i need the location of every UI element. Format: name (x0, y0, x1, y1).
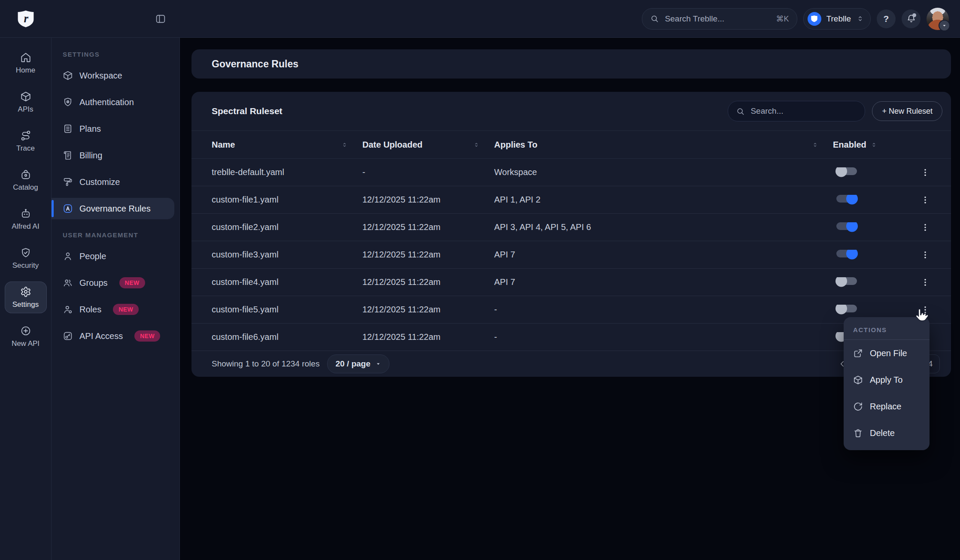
enabled-toggle[interactable] (836, 222, 857, 230)
column-header-applies-to[interactable]: Applies To (494, 140, 833, 150)
table-body: treblle-default.yaml-Workspacecustom-fil… (191, 159, 951, 351)
new-ruleset-button[interactable]: + New Ruleset (872, 101, 942, 121)
cell-name: custom-file6.yaml (191, 332, 362, 342)
sidebar-item-label: Groups (79, 278, 108, 288)
menu-item-replace[interactable]: Replace (844, 393, 930, 420)
global-search-input[interactable] (664, 14, 771, 24)
sort-icon (473, 142, 480, 148)
panel-left-icon (155, 13, 166, 24)
shield-lock-icon (63, 97, 73, 107)
new-badge: NEW (119, 277, 145, 288)
search-icon (736, 107, 745, 116)
cell-name: custom-file1.yaml (191, 195, 362, 205)
sidebar-item-people[interactable]: People (52, 245, 179, 267)
rail-item-security[interactable]: Security (5, 242, 47, 274)
row-actions-button[interactable] (918, 221, 932, 234)
main-content: Governance Rules Spectral Ruleset + New … (180, 38, 960, 560)
table-header-row: NameDate UploadedApplies ToEnabled (191, 131, 951, 159)
rail-item-trace[interactable]: Trace (5, 125, 47, 157)
sidebar-item-governance-rules[interactable]: Governance Rules (52, 198, 174, 219)
open-file-icon (853, 348, 863, 358)
kebab-icon (921, 195, 930, 205)
cell-applies-to: API 7 (494, 277, 833, 287)
table-row: custom-file2.yaml12/12/2025 11:22amAPI 3… (191, 214, 951, 241)
row-actions-button[interactable] (918, 303, 932, 317)
per-page-select[interactable]: 20 / page (327, 354, 389, 373)
catalog-icon (20, 169, 31, 180)
table-search[interactable] (728, 101, 865, 121)
actions-menu-items: Open FileApply ToReplaceDelete (844, 340, 930, 446)
help-button[interactable]: ? (877, 9, 896, 28)
rail-item-label: Settings (12, 300, 39, 309)
sidebar-item-label: People (79, 251, 106, 261)
column-label: Applies To (494, 140, 538, 150)
row-actions-button[interactable] (918, 275, 932, 289)
treblle-shield-icon: r (16, 9, 36, 29)
sidebar-item-plans[interactable]: Plans (52, 118, 179, 139)
sidebar-item-roles[interactable]: RolesNEW (52, 299, 179, 320)
table-search-input[interactable] (750, 106, 857, 116)
sort-icon (341, 142, 348, 148)
rail-item-settings[interactable]: Settings (5, 282, 47, 313)
kebab-icon (921, 223, 930, 232)
rail-item-catalog[interactable]: Catalog (5, 164, 47, 196)
table-row: custom-file6.yaml12/12/2025 11:22am- (191, 324, 951, 351)
route-icon (20, 130, 31, 141)
enabled-toggle[interactable] (836, 167, 857, 175)
cell-name: treblle-default.yaml (191, 167, 362, 177)
menu-item-apply-to[interactable]: Apply To (844, 366, 930, 393)
rail-item-label: APIs (18, 105, 33, 114)
rail-item-home[interactable]: Home (5, 47, 47, 79)
table-footer: Showing 1 to 20 of 1234 roles 20 / page … (191, 351, 951, 377)
gear-icon (20, 286, 31, 297)
kebab-icon (921, 305, 930, 315)
column-label: Name (212, 140, 235, 150)
global-search[interactable]: ⌘K (642, 8, 797, 30)
treblle-logo[interactable]: r (0, 9, 52, 29)
toggle-knob (835, 277, 847, 287)
workspace-switcher[interactable]: Treblle (803, 8, 871, 30)
cube-icon (63, 70, 73, 81)
page-title: Governance Rules (212, 58, 298, 70)
per-page-value: 20 / page (335, 359, 370, 369)
cell-date-uploaded: 12/12/2025 11:22am (362, 222, 494, 232)
enabled-toggle[interactable] (836, 195, 857, 203)
panel-left-icon (155, 13, 166, 24)
sidebar-section-title: SETTINGS (52, 51, 179, 58)
home-icon (20, 52, 31, 63)
column-header-date-uploaded[interactable]: Date Uploaded (362, 140, 494, 150)
row-actions-button[interactable] (918, 193, 932, 207)
cell-date-uploaded: 12/12/2025 11:22am (362, 195, 494, 205)
sidebar-item-billing[interactable]: Billing (52, 145, 179, 166)
enabled-toggle[interactable] (836, 305, 857, 312)
column-header-name[interactable]: Name (191, 140, 362, 150)
workspace-name: Treblle (826, 14, 851, 24)
rail-item-label: Security (12, 261, 39, 270)
table-title: Spectral Ruleset (212, 106, 283, 116)
notifications-button[interactable] (902, 9, 921, 28)
rail-item-apis[interactable]: APIs (5, 86, 47, 118)
row-actions-button[interactable] (918, 166, 932, 179)
enabled-toggle[interactable] (836, 277, 857, 285)
cell-name: custom-file5.yaml (191, 305, 362, 315)
cell-name: custom-file3.yaml (191, 250, 362, 260)
menu-item-open-file[interactable]: Open File (844, 340, 930, 366)
sidebar-item-workspace[interactable]: Workspace (52, 65, 179, 86)
search-icon (736, 107, 745, 116)
sidebar-item-authentication[interactable]: Authentication (52, 91, 179, 113)
menu-item-delete[interactable]: Delete (844, 420, 930, 446)
caret-down-icon (375, 361, 381, 367)
shield-check-icon (20, 247, 31, 258)
sidebar-item-customize[interactable]: Customize (52, 171, 179, 193)
rail-item-new-api[interactable]: New API (5, 321, 47, 352)
row-actions-button[interactable] (918, 248, 932, 262)
sidebar-collapse-button[interactable] (153, 12, 168, 26)
enabled-toggle[interactable] (836, 250, 857, 257)
sidebar-item-api-access[interactable]: API AccessNEW (52, 325, 179, 347)
robot-icon (20, 208, 31, 219)
sidebar-item-groups[interactable]: GroupsNEW (52, 272, 179, 294)
rail-item-alfred-ai[interactable]: Alfred AI (5, 203, 47, 235)
user-avatar[interactable] (927, 8, 949, 30)
column-header-enabled[interactable]: Enabled (833, 140, 906, 150)
rail-item-label: Catalog (13, 183, 38, 192)
